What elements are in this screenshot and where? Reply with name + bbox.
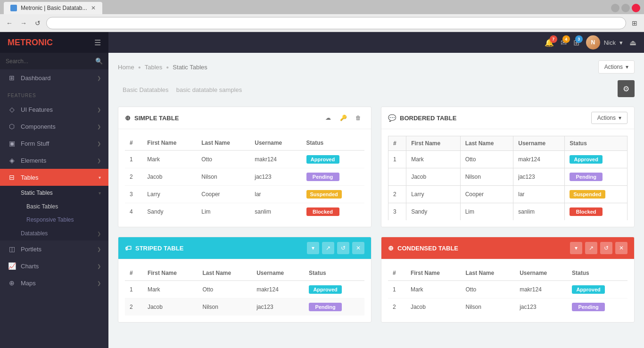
tasks-btn[interactable]: ⊞ 3 (573, 38, 579, 47)
sidebar-item-responsive-tables[interactable]: Responsive Tables (0, 213, 108, 226)
sidebar-label-elements: Elements (21, 157, 92, 164)
sidebar-label-components: Components (21, 123, 92, 130)
cell-status: Suspended (302, 186, 364, 203)
page-title: Basic Datatables basic datatable samples (118, 83, 242, 94)
messages-btn[interactable]: ✉ 4 (561, 38, 567, 47)
form-stuff-arrow: ❯ (97, 141, 101, 146)
ui-features-icon: ◇ (8, 106, 16, 113)
status-badge: Pending (306, 173, 339, 181)
win-minimize[interactable] (611, 4, 619, 12)
logout-btn[interactable]: ⏏ (629, 38, 636, 47)
sidebar: METRONIC ☰ 🔍 ⊞ Dashboard ❯ FEATURES ◇ UI… (0, 32, 108, 348)
sidebar-item-form-stuff[interactable]: ▣ Form Stuff ❯ (0, 135, 108, 152)
sidebar-item-dashboard[interactable]: ⊞ Dashboard ❯ (0, 69, 108, 86)
messages-badge: 4 (562, 35, 570, 43)
sidebar-item-basic-tables[interactable]: Basic Tables (0, 200, 108, 213)
win-close[interactable] (632, 4, 640, 12)
browser-tab[interactable]: Metronic | Basic Datatab... ✕ (4, 2, 102, 14)
sidebar-item-elements[interactable]: ◈ Elements ❯ (0, 152, 108, 169)
form-stuff-icon: ▣ (8, 140, 16, 147)
cell-firstname: Mark (142, 150, 197, 168)
striped-table: # First Name Last Name Username Status 1… (125, 266, 364, 315)
cell-firstname: Mark (406, 281, 461, 298)
sidebar-item-portlets[interactable]: ◫ Portlets ❯ (0, 240, 108, 257)
address-input[interactable] (51, 20, 611, 26)
status-badge: Pending (572, 303, 605, 311)
cell-username: makr124 (515, 281, 567, 298)
notifications-btn[interactable]: 🔔 7 (545, 38, 554, 47)
simple-table-delete-btn[interactable]: 🗑 (352, 112, 364, 124)
scol-num: # (125, 266, 143, 281)
breadcrumb-tables[interactable]: Tables (145, 64, 163, 71)
breadcrumb-actions-arrow: ▾ (626, 64, 628, 70)
cell-num: 3 (388, 203, 406, 221)
striped-table-collapse-btn[interactable]: ▾ (307, 242, 319, 254)
breadcrumb-home[interactable]: Home (118, 64, 134, 71)
tasks-badge: 3 (575, 35, 583, 43)
user-menu[interactable]: N Nick ▾ (586, 35, 623, 50)
cell-lastname: Nilson (461, 298, 515, 316)
tables-submenu: Static Tables ▾ Basic Tables Responsive … (0, 186, 108, 240)
page-title-row: Basic Datatables basic datatable samples… (118, 80, 635, 97)
sidebar-item-components[interactable]: ⬡ Components ❯ (0, 118, 108, 135)
table-row: 2 Larry Cooper lar Suspended (388, 186, 627, 203)
address-bar[interactable] (46, 17, 626, 29)
bordered-table-title: 💬 BORDERED TABLE (388, 114, 456, 122)
breadcrumb-actions-btn[interactable]: Actions ▾ (598, 60, 635, 74)
striped-table-icon: 🏷 (125, 244, 132, 252)
status-badge: Blocked (570, 207, 603, 216)
status-badge: Approved (572, 285, 605, 294)
striped-table-refresh-btn[interactable]: ↺ (337, 242, 349, 254)
cell-status: Approved (567, 281, 627, 298)
simple-table-card: ⊕ SIMPLE TABLE ☁ 🔑 🗑 (118, 107, 372, 227)
sidebar-item-tables[interactable]: ⊟ Tables ▾ (0, 169, 108, 186)
striped-table-expand-btn[interactable]: ↗ (322, 242, 334, 254)
portlets-arrow: ❯ (97, 247, 101, 252)
cell-lastname: Cooper (460, 186, 513, 203)
tab-close-btn[interactable]: ✕ (91, 5, 96, 11)
tab-title: Metronic | Basic Datatab... (21, 5, 87, 11)
sidebar-label-charts: Charts (21, 263, 92, 270)
settings-gear-btn[interactable]: ⚙ (618, 80, 635, 97)
cell-num: 1 (125, 281, 143, 298)
sidebar-item-static-tables[interactable]: Static Tables ▾ (0, 186, 108, 200)
condensed-table-expand-btn[interactable]: ↗ (585, 242, 597, 254)
search-input[interactable] (6, 58, 91, 65)
status-badge: Blocked (306, 207, 339, 216)
simple-table-upload-btn[interactable]: ☁ (322, 112, 334, 124)
condensed-table-refresh-btn[interactable]: ↺ (600, 242, 612, 254)
striped-table-actions: ▾ ↗ ↺ ✕ (307, 242, 364, 254)
simple-table-key-btn[interactable]: 🔑 (337, 112, 349, 124)
cell-status: Pending (302, 168, 364, 186)
content-wrapper: 🔔 7 ✉ 4 ⊞ 3 N Nick ▾ ⏏ Home ● (108, 32, 644, 348)
col-num: # (125, 136, 142, 150)
back-btn[interactable]: ← (4, 17, 15, 29)
sidebar-item-datatables[interactable]: Datatables ❯ (0, 226, 108, 240)
search-icon: 🔍 (95, 58, 103, 65)
forward-btn[interactable]: → (18, 17, 29, 29)
condensed-table-close-btn[interactable]: ✕ (615, 242, 627, 254)
breadcrumb-sep2: ● (166, 65, 169, 70)
bordered-table-actions-btn[interactable]: Actions ▾ (591, 112, 627, 124)
hamburger-btn[interactable]: ☰ (94, 38, 101, 47)
sidebar-item-maps[interactable]: ⊕ Maps ❯ (0, 274, 108, 291)
tables-arrow: ▾ (99, 175, 101, 180)
ccol-firstname: First Name (406, 266, 461, 281)
ccol-num: # (388, 266, 406, 281)
cell-status: Pending (565, 168, 627, 186)
simple-table-icon: ⊕ (125, 114, 131, 122)
win-maximize[interactable] (621, 4, 630, 12)
striped-table-close-btn[interactable]: ✕ (352, 242, 364, 254)
reload-btn[interactable]: ↺ (32, 17, 43, 29)
sidebar-item-charts[interactable]: 📈 Charts ❯ (0, 257, 108, 274)
table-row: 2 Jacob Nilson jac123 Pending (125, 168, 364, 186)
table-row: 2 Jacob Nilson jac123 Pending (125, 298, 364, 316)
table-row: 1 Mark Otto makr124 Approved (125, 150, 364, 168)
col-status: Status (302, 136, 364, 150)
extensions-btn[interactable]: ⊞ (629, 17, 640, 29)
sidebar-item-ui-features[interactable]: ◇ UI Features ❯ (0, 101, 108, 118)
condensed-table-collapse-btn[interactable]: ▾ (570, 242, 582, 254)
cell-num: 2 (125, 298, 143, 316)
cell-username: jac123 (252, 298, 304, 316)
cell-firstname: Larry (406, 186, 460, 203)
